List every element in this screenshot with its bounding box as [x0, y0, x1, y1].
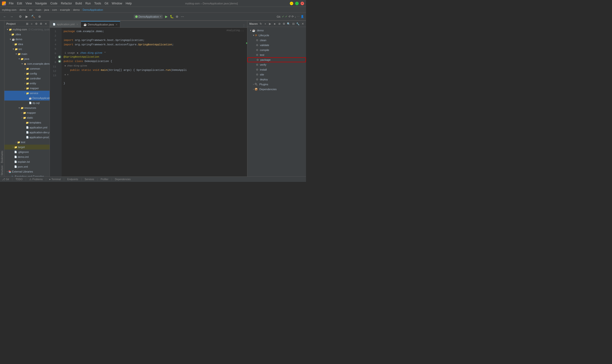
run-with-coverage[interactable]: ⊛ — [175, 14, 180, 19]
tree-dp-sql[interactable]: 📄 dp.sql — [4, 101, 50, 105]
menu-run[interactable]: Run — [84, 1, 92, 6]
maven-settings[interactable]: ⚙ — [282, 22, 286, 26]
tree-app-dev-yml[interactable]: 📄 application-dev.yml — [4, 130, 50, 135]
tab-application-yml[interactable]: 📄 application.yml ✕ — [50, 21, 81, 27]
maven-skip-tests[interactable]: ⊘ — [277, 22, 281, 26]
breadcrumb-java[interactable]: java — [44, 8, 49, 11]
menu-build[interactable]: Build — [74, 1, 83, 6]
maven-header-actions[interactable]: ↻ + ▶ ■ ⊘ ⚙ 🔍 ⊟ 🔧 ✕ — [259, 22, 305, 26]
maven-reload[interactable]: ↻ — [259, 22, 263, 26]
maven-validate[interactable]: ⚙ validate — [247, 43, 306, 48]
menu-tools[interactable]: Tools — [93, 1, 103, 6]
menu-file[interactable]: File — [7, 1, 15, 6]
run-icon-7[interactable]: ▶ — [58, 55, 61, 58]
tree-src[interactable]: ▾ 📁 src — [4, 47, 50, 52]
git-refresh[interactable]: ⟳ — [292, 15, 294, 18]
tree-demo[interactable]: ▾ ☕ demo — [4, 37, 50, 42]
tab-close-java[interactable]: ✕ — [116, 23, 118, 26]
tree-common[interactable]: › 📁 common — [4, 66, 50, 71]
maven-plugins[interactable]: › 🔌 Plugins — [247, 82, 306, 87]
breadcrumb-demo2[interactable]: demo — [73, 8, 80, 11]
tree-pom-xml[interactable]: 📄 pom.xml — [4, 164, 50, 169]
toolbar-forward[interactable]: → — [9, 14, 14, 19]
menu-edit[interactable]: Edit — [15, 1, 24, 6]
tree-com-example-demo[interactable]: ▾ ◼ com.example.demo — [4, 61, 50, 66]
tab-actions[interactable]: ⋮ — [241, 24, 247, 27]
more-run-actions[interactable]: ⋯ — [180, 14, 185, 19]
tree-gitignore[interactable]: 📄 .gitignore — [4, 150, 50, 155]
menu-refactor[interactable]: Refactor — [59, 1, 73, 6]
status-dependencies[interactable]: Dependencies — [115, 178, 131, 181]
status-terminal[interactable]: ▸ Terminal — [49, 178, 61, 181]
menu-navigate[interactable]: Navigate — [34, 1, 48, 6]
maven-test[interactable]: ⚙ test — [247, 52, 306, 57]
tree-myblog-ssm[interactable]: ▾ 📁 myblog-ssm D:\Code\blog_system\myblo… — [4, 27, 50, 32]
debug-button[interactable]: 🐛 — [169, 14, 175, 19]
tree-test[interactable]: › 📁 test — [4, 140, 50, 145]
tree-service[interactable]: › 📁 service — [4, 91, 50, 96]
maximize-button[interactable]: □ — [295, 2, 299, 5]
structure-label[interactable]: Structure — [1, 166, 3, 176]
gutter-run-7[interactable]: ▶ — [58, 55, 62, 59]
toolbar-run-debug[interactable]: ▶ — [24, 14, 29, 19]
tree-idea[interactable]: › 📁 .idea — [4, 32, 50, 37]
menu-git[interactable]: Git — [103, 1, 110, 6]
annotator-name[interactable]: zhao-ding-gitee — [80, 52, 102, 54]
code-content[interactable]: Analyzing... package com.example.demo; i… — [62, 28, 246, 177]
tree-java[interactable]: ▾ 📁 java — [4, 56, 50, 61]
tab-demo-application[interactable]: ☕ DemoApplication.java ✕ — [81, 21, 120, 27]
toolbar-settings[interactable]: ⚙ — [18, 14, 23, 19]
panel-action-settings[interactable]: ⚙ — [39, 22, 43, 26]
panel-action-filter[interactable]: ⚙ — [34, 22, 38, 26]
breadcrumb-myblog[interactable]: myblog-ssm — [2, 8, 16, 11]
maven-run[interactable]: ▶ — [268, 22, 272, 26]
breadcrumb-com[interactable]: com — [52, 8, 57, 11]
tree-demo-application[interactable]: ☕ DemoApplication — [4, 96, 50, 101]
tree-main[interactable]: ▾ 📁 main — [4, 52, 50, 56]
status-endpoints[interactable]: Endpoints — [67, 178, 78, 181]
menu-bar[interactable]: File Edit View Navigate Code Refactor Bu… — [7, 1, 133, 6]
breadcrumb-class[interactable]: DemoApplication — [83, 8, 103, 11]
bookmarks-label[interactable]: Bookmarks — [1, 151, 3, 163]
maven-deploy[interactable]: ⚙ deploy — [247, 77, 306, 82]
git-undo[interactable]: ↺ — [288, 15, 291, 18]
panel-action-sort[interactable]: ≡ — [30, 22, 34, 26]
tree-app-yml[interactable]: 📄 application.yml — [4, 125, 50, 130]
maven-collapse[interactable]: ⊟ — [291, 22, 295, 26]
panel-header-actions[interactable]: ⊞ ≡ ⚙ ⚙ ✕ — [25, 22, 48, 26]
breadcrumb-src[interactable]: src — [29, 8, 33, 11]
tree-mapper[interactable]: › 📁 mapper — [4, 86, 50, 91]
maven-stop[interactable]: ■ — [273, 22, 277, 26]
maven-lifecycle[interactable]: ▾ ⟳ Lifecycle — [247, 33, 306, 38]
toolbar-back[interactable]: ← — [2, 14, 7, 19]
maven-demo-root[interactable]: ▾ ☕ demo — [247, 28, 306, 33]
tree-controller[interactable]: › 📁 controller — [4, 76, 50, 81]
status-services[interactable]: Services — [85, 178, 94, 181]
maven-site[interactable]: ⚙ site — [247, 72, 306, 77]
maven-package[interactable]: ⚙ package — [247, 57, 306, 62]
tree-demo-idea[interactable]: › 📁 idea — [4, 42, 50, 47]
menu-view[interactable]: View — [24, 1, 33, 6]
git-fetch[interactable]: ↓ — [295, 15, 296, 18]
maven-install[interactable]: ⚙ install — [247, 67, 306, 72]
menu-code[interactable]: Code — [49, 1, 59, 6]
breadcrumb-example[interactable]: example — [60, 8, 70, 11]
toolbar-build[interactable]: 🔨 — [30, 14, 36, 19]
maven-verify[interactable]: ⚙ verify — [247, 62, 306, 67]
git-more[interactable]: ⋯ — [297, 15, 300, 18]
breadcrumb-main[interactable]: main — [36, 8, 41, 11]
tree-external-libs[interactable]: › 📚 External Libraries — [4, 169, 50, 174]
maven-compile[interactable]: ⚙ compile — [247, 48, 306, 52]
maven-add[interactable]: + — [263, 22, 267, 26]
tree-demo-iml[interactable]: 📄 demo.iml — [4, 155, 50, 159]
run-configuration[interactable]: DemoApplication ▾ — [134, 15, 163, 19]
panel-action-layout[interactable]: ⊞ — [25, 22, 29, 26]
maven-tools-settings[interactable]: 🔧 — [296, 22, 300, 26]
tree-explain-txt[interactable]: 📄 explain.txt — [4, 159, 50, 164]
toolbar-coverage[interactable]: ⊛ — [37, 14, 42, 19]
breadcrumb-demo[interactable]: demo — [19, 8, 26, 11]
maven-search[interactable]: 🔍 — [287, 22, 291, 26]
tree-res-mapper[interactable]: › 📁 mapper — [4, 110, 50, 115]
maven-clean[interactable]: ⚙ clean — [247, 38, 306, 43]
tree-target[interactable]: › 📁 target — [4, 145, 50, 150]
